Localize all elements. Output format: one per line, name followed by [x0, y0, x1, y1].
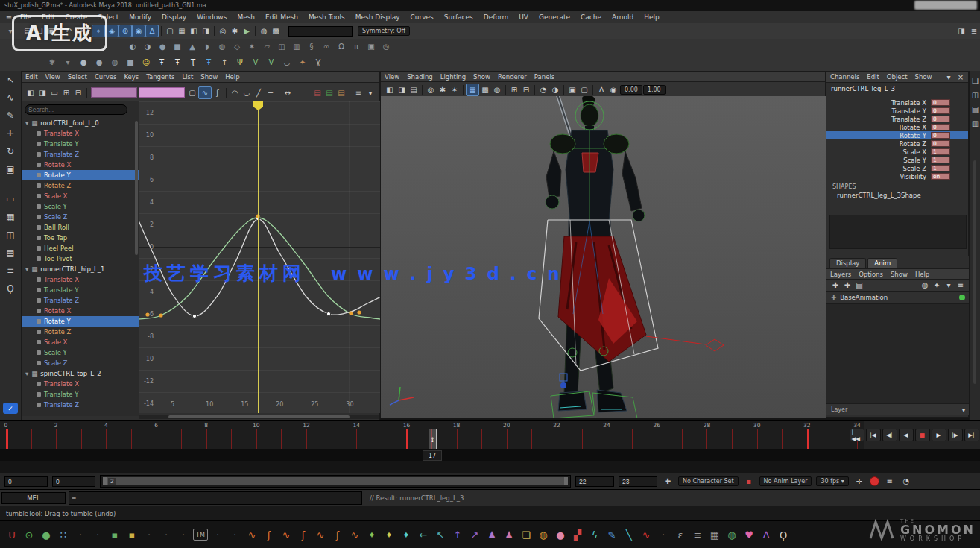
channel-row-scale-z[interactable]: Scale Z1 [826, 164, 968, 172]
tree-channel-heel-peel[interactable]: Heel Peel [22, 243, 139, 253]
shelf-r1-icon-17[interactable]: ◎ [380, 41, 392, 52]
dock-icon-5[interactable]: · [90, 526, 105, 543]
vp-icon-5[interactable]: ✱ [437, 84, 449, 95]
ge-menu-show[interactable]: Show [197, 73, 221, 81]
ge-tb-mid-icon-1[interactable]: ∿ [198, 86, 212, 99]
tree-group-rootctrl-foot-l-0[interactable]: ▾▦rootCTRL_foot_L_0 [22, 118, 139, 128]
timeline-keyframe-tick[interactable] [6, 429, 8, 450]
shelf-r1-icon-7[interactable]: ◇ [231, 41, 243, 52]
le-tb-right-icon-0[interactable]: ◍ [919, 280, 931, 291]
range-slider-handle[interactable]: 2 [103, 477, 568, 485]
timeline-keyframe-tick[interactable] [382, 429, 382, 450]
tree-channel-translate-y[interactable]: Translate Y [22, 389, 139, 400]
tree-channel-ball-roll[interactable]: Ball Roll [22, 222, 139, 233]
sidebar-toggle-icon[interactable]: ◨ [955, 25, 967, 37]
ge-search-input[interactable] [25, 104, 127, 115]
vp-menu-show[interactable]: Show [470, 73, 494, 81]
le-menu-options[interactable]: Options [855, 271, 887, 278]
timeline-keyframe-tick[interactable] [406, 429, 408, 450]
menu-mesh-tools[interactable]: Mesh Tools [303, 13, 350, 21]
dock-icon-7[interactable]: ▪ [124, 526, 139, 543]
tree-channel-translate-y[interactable]: Translate Y [22, 285, 139, 295]
dock-icon-36[interactable]: ╲ [622, 526, 636, 543]
cb-corner-icon-0[interactable]: ▾ [943, 72, 955, 83]
two-pane-layout[interactable]: ◫ [0, 226, 21, 244]
right-strip-icon-2[interactable]: ▤ [970, 104, 980, 115]
dock-icon-13[interactable]: · [227, 526, 242, 543]
tree-channel-rotate-z[interactable]: Rotate Z [22, 180, 139, 191]
menu-modify[interactable]: Modify [124, 13, 157, 21]
status-icon-22[interactable]: ▶ [241, 25, 253, 37]
step-fwd-frame-button[interactable]: ▶| [964, 429, 979, 441]
shelf-r2-icon-4[interactable]: ◍ [109, 57, 121, 68]
shelf-r1-icon-6[interactable]: ◍ [216, 41, 228, 52]
menu-cache[interactable]: Cache [575, 13, 607, 21]
timeline-keyframe-tick[interactable] [332, 429, 332, 450]
channel-value-field[interactable]: 0 [931, 132, 950, 139]
tree-channel-scale-y[interactable]: Scale Y [22, 201, 139, 212]
layer-expand-icon[interactable]: ✚ [831, 294, 836, 301]
shelf-r2-icon-3[interactable]: ● [93, 57, 105, 68]
ge-tb-left-icon-2[interactable]: ▭ [48, 87, 60, 98]
clock-icon[interactable]: ◔ [900, 476, 912, 487]
dock-icon-2[interactable]: ● [39, 526, 54, 543]
ge-tb-mid-icon-5[interactable]: ◡ [241, 87, 253, 98]
tree-channel-translate-z[interactable]: Translate Z [22, 149, 139, 160]
ge-stat-value-field[interactable] [139, 87, 185, 98]
tree-channel-translate-x[interactable]: Translate X [22, 274, 139, 285]
dock-icon-38[interactable]: · [656, 526, 671, 543]
tree-channel-toe-pivot[interactable]: Toe Pivot [22, 253, 139, 264]
menu-display[interactable]: Display [157, 13, 192, 21]
menu-uv[interactable]: UV [513, 13, 534, 21]
step-back-key-button[interactable]: ◀| [882, 429, 897, 441]
menu-mesh[interactable]: Mesh [232, 13, 260, 21]
dock-icon-31[interactable]: ◍ [536, 526, 551, 543]
ge-tb-right-icon-0[interactable]: ▤ [312, 87, 323, 98]
vp-menu-lighting[interactable]: Lighting [437, 73, 470, 81]
play-backwards-button[interactable]: ◀ [899, 429, 914, 441]
command-mode-toggle[interactable]: MEL [1, 492, 66, 504]
dock-icon-39[interactable]: ε [673, 526, 688, 543]
tree-group-runnerctrl-hip-l-1[interactable]: ▾▦runnerCTRL_hip_L_1 [22, 264, 139, 274]
scale-tool[interactable]: ▣ [0, 160, 21, 178]
tree-channel-translate-x[interactable]: Translate X [22, 379, 139, 389]
mute-icon[interactable]: ✛ [853, 476, 865, 487]
cb-menu-show[interactable]: Show [911, 73, 935, 81]
anim-start-field[interactable] [4, 476, 48, 487]
ge-tb-left-icon-0[interactable]: ◧ [25, 87, 37, 98]
le-tb-left-icon-2[interactable]: ▤ [853, 280, 865, 291]
tree-channel-rotate-z[interactable]: Rotate Z [22, 327, 139, 337]
status-icon-16[interactable]: ▦ [176, 25, 188, 37]
channel-value-field[interactable]: 1 [931, 148, 950, 155]
ge-menu-view[interactable]: View [41, 73, 63, 81]
status-icon-13[interactable]: ∆ [145, 25, 159, 37]
timeline-keyframe-tick[interactable] [632, 429, 633, 450]
timeline-keyframe-tick[interactable] [231, 429, 232, 450]
cb-corner-icon-1[interactable]: × [955, 72, 967, 83]
timeline-keyframe-tick[interactable] [531, 429, 532, 450]
shelf-r2-icon-0[interactable]: ✱ [46, 57, 58, 68]
cb-menu-object[interactable]: Object [883, 73, 911, 81]
shelf-r2-icon-16[interactable]: ✦ [297, 57, 309, 68]
layer-row-baseanimation[interactable]: ✚BaseAnimation [826, 292, 970, 304]
ge-hscrollbar[interactable] [139, 415, 379, 419]
le-menu-show[interactable]: Show [887, 271, 911, 278]
tree-channel-translate-z[interactable]: Translate Z [22, 295, 139, 306]
dock-icon-4[interactable]: · [73, 526, 88, 543]
channel-value-field[interactable]: on [931, 173, 950, 180]
dock-icon-21[interactable]: ✦ [364, 526, 379, 543]
cb-shape-name[interactable]: runnerCTRL_leg_L_3Shape [826, 190, 968, 199]
timeline-keyframe-tick[interactable] [732, 429, 733, 450]
timeline-keyframe-tick[interactable] [807, 429, 809, 450]
shelf-r1-icon-16[interactable]: ▣ [365, 41, 377, 52]
timeline-keyframe-tick[interactable] [56, 429, 57, 450]
vp-icon-13[interactable]: ⊟ [520, 84, 532, 95]
ge-tb-mid-icon-4[interactable]: ◠ [229, 87, 241, 98]
dock-icon-41[interactable]: ▦ [707, 526, 722, 543]
dock-icon-19[interactable]: ʃ [330, 526, 345, 543]
timeline-keyframe-tick[interactable] [81, 429, 82, 450]
timeline-keyframe-tick[interactable] [356, 429, 357, 450]
auto-keyframe-button[interactable] [870, 476, 879, 486]
vp-icon-2[interactable]: ▤ [408, 84, 420, 95]
single-pane-layout[interactable]: ▭ [0, 190, 21, 208]
